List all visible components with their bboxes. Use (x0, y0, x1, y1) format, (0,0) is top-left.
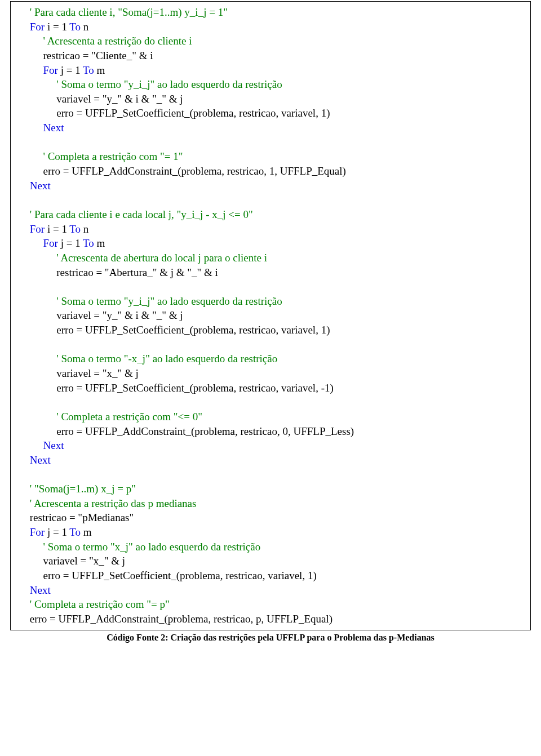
code-text: erro = UFFLP_SetCoefficient_(problema, r… (56, 382, 334, 394)
code-line: ' "Soma(j=1..m) x_j = p" (16, 482, 525, 496)
code-line: ' Soma o termo "-x_j" ao lado esquerdo d… (16, 352, 525, 366)
code-text: erro = UFFLP_AddConstraint_(problema, re… (56, 425, 354, 437)
code-line: For j = 1 To m (16, 63, 525, 78)
caption: Código Fonte 2: Criação das restrições p… (0, 632, 541, 644)
code-line: ' Completa a restrição com "<= 0" (16, 410, 525, 424)
code-comment: ' Soma o termo "y_i_j" ao lado esquerdo … (56, 78, 282, 90)
code-line: variavel = "y_" & i & "_" & j (16, 92, 525, 106)
code-line: restricao = "Cliente_" & i (16, 48, 525, 63)
code-line: variavel = "y_" & i & "_" & j (16, 308, 525, 323)
code-text: m (94, 237, 105, 249)
code-line (16, 468, 525, 482)
code-line (16, 193, 525, 207)
code-keyword: Next (30, 454, 51, 466)
code-keyword: For (30, 526, 45, 538)
code-comment: ' Acrescenta a restrição do cliente i (43, 35, 192, 47)
code-line: erro = UFFLP_AddConstraint_(problema, re… (16, 612, 525, 626)
code-text: i = 1 (45, 21, 69, 33)
code-line: ' Completa a restrição com "= p" (16, 597, 525, 612)
code-text: i = 1 (45, 223, 69, 235)
code-text: j = 1 (58, 64, 83, 76)
code-line: For i = 1 To n (16, 20, 525, 34)
code-line: restricao = "pMedianas" (16, 510, 525, 525)
code-text: m (94, 64, 105, 76)
code-line: variavel = "x_" & j (16, 554, 525, 568)
code-line: erro = UFFLP_SetCoefficient_(problema, r… (16, 323, 525, 337)
code-text: erro = UFFLP_AddConstraint_(problema, re… (43, 165, 346, 177)
code-line: ' Soma o termo "y_i_j" ao lado esquerdo … (16, 77, 525, 92)
code-line: For i = 1 To n (16, 222, 525, 237)
code-line: For j = 1 To m (16, 525, 525, 540)
code-text: restricao = "Abertura_" & j & "_" & i (56, 266, 218, 278)
code-line: ' Soma o termo "y_i_j" ao lado esquerdo … (16, 294, 525, 309)
code-line (16, 279, 525, 294)
code-line: Next (16, 121, 525, 135)
code-comment: ' Para cada cliente i, "Soma(j=1..m) y_i… (30, 6, 228, 18)
code-text: variavel = "y_" & i & "_" & j (56, 93, 183, 105)
code-text: erro = UFFLP_SetCoefficient_(problema, r… (56, 107, 330, 119)
code-text: n (81, 223, 88, 235)
code-keyword: Next (30, 180, 51, 192)
code-text: n (81, 21, 88, 33)
code-text: erro = UFFLP_SetCoefficient_(problema, r… (43, 570, 317, 581)
code-keyword: For (43, 64, 58, 76)
code-line: ' Acrescenta a restrição do cliente i (16, 34, 525, 48)
code-line: ' Para cada cliente i e cada local j, "y… (16, 207, 525, 222)
code-comment: ' "Soma(j=1..m) x_j = p" (30, 483, 136, 495)
page: ' Para cada cliente i, "Soma(j=1..m) y_i… (0, 1, 541, 643)
code-line: restricao = "Abertura_" & j & "_" & i (16, 265, 525, 280)
code-keyword: To (69, 526, 81, 538)
code-comment: ' Soma o termo "x_j" ao lado esquerdo da… (43, 541, 261, 553)
code-line (16, 337, 525, 352)
code-comment: ' Soma o termo "-x_j" ao lado esquerdo d… (56, 353, 277, 364)
code-comment: ' Soma o termo "y_i_j" ao lado esquerdo … (56, 295, 282, 307)
code-line: Next (16, 179, 525, 193)
code-keyword: For (30, 223, 45, 235)
code-line: erro = UFFLP_AddConstraint_(problema, re… (16, 424, 525, 439)
code-text: erro = UFFLP_SetCoefficient_(problema, r… (56, 324, 330, 336)
code-line: ' Acrescenta de abertura do local j para… (16, 251, 525, 265)
code-comment: ' Completa a restrição com "= 1" (43, 150, 183, 162)
code-text: m (81, 526, 92, 538)
code-comment: ' Acrescenta de abertura do local j para… (56, 252, 267, 264)
code-text: j = 1 (58, 237, 83, 249)
code-line: variavel = "x_" & j (16, 366, 525, 381)
code-text: erro = UFFLP_AddConstraint_(problema, re… (30, 613, 332, 625)
code-line: ' Acrescenta a restrição das p medianas (16, 496, 525, 511)
code-line (16, 135, 525, 150)
code-keyword: To (69, 223, 81, 235)
code-comment: ' Para cada cliente i e cada local j, "y… (30, 208, 253, 220)
code-comment: ' Completa a restrição com "= p" (30, 598, 170, 610)
code-text: variavel = "x_" & j (43, 555, 125, 567)
code-keyword: To (83, 237, 94, 249)
code-keyword: Next (43, 122, 64, 134)
code-comment: ' Acrescenta a restrição das p medianas (30, 497, 197, 509)
code-line: erro = UFFLP_AddConstraint_(problema, re… (16, 164, 525, 179)
code-box: ' Para cada cliente i, "Soma(j=1..m) y_i… (10, 1, 531, 630)
code-line: ' Soma o termo "x_j" ao lado esquerdo da… (16, 540, 525, 554)
code-line: For j = 1 To m (16, 236, 525, 251)
code-keyword: To (83, 64, 94, 76)
code-line (16, 395, 525, 410)
code-text: variavel = "x_" & j (56, 367, 138, 379)
code-line: Next (16, 583, 525, 598)
code-keyword: Next (30, 584, 51, 596)
code-line: Next (16, 438, 525, 453)
code-keyword: For (30, 21, 45, 33)
code-line: erro = UFFLP_SetCoefficient_(problema, r… (16, 381, 525, 395)
code-line: ' Completa a restrição com "= 1" (16, 149, 525, 164)
code-text: variavel = "y_" & i & "_" & j (56, 309, 183, 321)
code-keyword: Next (43, 439, 64, 451)
code-text: restricao = "pMedianas" (30, 512, 134, 523)
code-line: erro = UFFLP_SetCoefficient_(problema, r… (16, 568, 525, 583)
code-line: erro = UFFLP_SetCoefficient_(problema, r… (16, 106, 525, 121)
code-line: Next (16, 453, 525, 468)
code-text: restricao = "Cliente_" & i (43, 50, 153, 61)
code-line: ' Para cada cliente i, "Soma(j=1..m) y_i… (16, 5, 525, 20)
code-comment: ' Completa a restrição com "<= 0" (56, 411, 202, 423)
code-keyword: To (69, 21, 81, 33)
code-keyword: For (43, 237, 58, 249)
code-text: j = 1 (45, 526, 69, 538)
